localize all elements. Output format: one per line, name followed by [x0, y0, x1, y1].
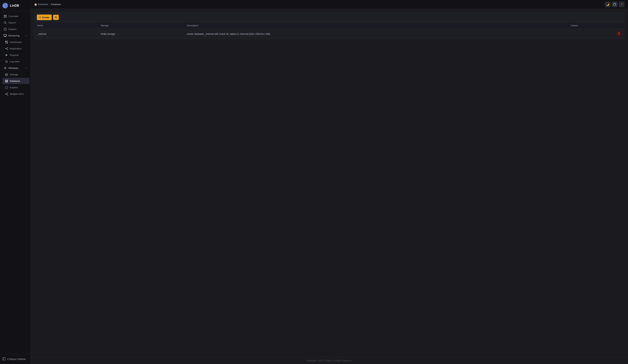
svg-rect-19: [5, 43, 6, 43]
monitor-icon: [3, 34, 7, 37]
sidebar-item-database[interactable]: Database: [2, 78, 29, 84]
svg-point-33: [5, 73, 8, 74]
theme-toggle-button[interactable]: 🌙: [605, 1, 611, 7]
sidebar-metadata-header[interactable]: Metadata ▾: [1, 65, 29, 71]
sidebar-item-replication-label: Replication: [10, 47, 22, 50]
svg-marker-36: [6, 87, 7, 88]
compass-sub-icon: [5, 86, 8, 89]
dashboard-icon: [5, 41, 8, 44]
svg-point-20: [5, 48, 6, 49]
svg-point-37: [7, 93, 8, 93]
sidebar-item-logview[interactable]: Log View: [2, 58, 29, 65]
monitoring-label: Monitoring: [8, 34, 19, 37]
page-footer: Copyright © 2022 LinDB.io. All Rights Re…: [31, 357, 628, 364]
sidebar-item-storage-label: Storage: [10, 73, 18, 76]
sidebar-item-dashboard-label: Dashboard: [10, 41, 21, 43]
svg-point-7: [4, 22, 6, 23]
sidebar-item-explore-top-label: Explore: [8, 28, 16, 30]
sidebar-item-explore-sub[interactable]: Explore: [2, 84, 29, 91]
database-table-card: + Create ↻ Name Storage Description Acti…: [34, 12, 625, 39]
trash-icon: [618, 32, 620, 35]
logo-icon: [2, 3, 8, 8]
svg-marker-10: [4, 29, 6, 30]
table-toolbar: + Create ↻: [34, 12, 624, 22]
metadata-subnav: Storage Database: [0, 71, 30, 97]
sidebar-item-replication[interactable]: Replication: [2, 45, 29, 52]
svg-line-40: [6, 93, 7, 94]
create-plus-icon: +: [39, 16, 41, 19]
svg-marker-25: [5, 54, 8, 56]
help-button[interactable]: ?: [619, 1, 625, 7]
collapse-sidebar-button[interactable]: Collapse Sidebar: [2, 356, 28, 362]
breadcrumb-current: Database: [51, 3, 61, 6]
svg-line-41: [6, 94, 7, 95]
sidebar-item-storage[interactable]: Storage: [2, 71, 29, 78]
monitoring-subnav: Dashboard Replication: [0, 39, 30, 65]
monitoring-chevron: ▾: [26, 35, 27, 37]
svg-point-21: [7, 48, 8, 48]
sidebar-item-overview[interactable]: Overview: [1, 13, 29, 19]
svg-rect-18: [7, 42, 8, 43]
collapse-icon: [2, 357, 5, 361]
svg-point-9: [4, 28, 6, 30]
sidebar: LinDB Overview Search: [0, 0, 31, 364]
refresh-icon: ↻: [55, 16, 57, 19]
svg-point-35: [5, 86, 8, 89]
delete-button[interactable]: [616, 31, 622, 36]
sidebar-footer: Collapse Sidebar: [0, 354, 30, 364]
col-name: Name: [34, 22, 98, 29]
sidebar-monitoring-header[interactable]: Monitoring ▾: [1, 32, 29, 39]
share-icon: [5, 92, 8, 95]
svg-point-2: [5, 5, 6, 6]
main-area: 🏠 Metadata / Database 🌙 ? + Create: [31, 0, 628, 364]
create-label: Create: [42, 16, 49, 19]
svg-rect-3: [4, 15, 5, 16]
breadcrumb-parent[interactable]: Metadata: [38, 3, 48, 6]
table-body: _internal /lindb-storage create database…: [34, 29, 624, 39]
topbar: 🏠 Metadata / Database 🌙 ?: [31, 0, 628, 9]
svg-point-38: [5, 94, 6, 94]
sidebar-item-request[interactable]: Request: [2, 52, 29, 58]
content-area: + Create ↻ Name Storage Description Acti…: [31, 9, 628, 357]
sidebar-nav: Overview Search Explore: [0, 11, 30, 354]
sidebar-item-explore-sub-label: Explore: [10, 86, 18, 89]
sidebar-item-explore-top[interactable]: Explore: [1, 26, 29, 32]
svg-point-39: [7, 95, 8, 95]
collapse-label: Collapse Sidebar: [7, 358, 26, 361]
svg-point-32: [4, 67, 6, 68]
send-icon: [5, 54, 8, 57]
sidebar-item-overview-label: Overview: [8, 15, 18, 17]
svg-point-34: [5, 80, 8, 81]
col-description: Description: [184, 22, 568, 29]
cell-storage: /lindb-storage: [98, 29, 184, 39]
sidebar-item-search[interactable]: Search: [1, 19, 29, 26]
svg-rect-14: [5, 41, 6, 42]
svg-rect-15: [7, 41, 8, 41]
list-icon: [5, 60, 8, 63]
svg-line-8: [6, 23, 6, 24]
cell-actions: [568, 29, 624, 39]
table-row: _internal /lindb-storage create database…: [34, 29, 624, 39]
create-button[interactable]: + Create: [37, 14, 52, 20]
sidebar-item-request-label: Request: [10, 54, 19, 57]
database-table: Name Storage Description Actions _intern…: [34, 22, 624, 39]
sidebar-item-logview-label: Log View: [10, 60, 19, 63]
sidebar-item-multiple-idcs-label: Multiple IDCs: [10, 93, 24, 95]
github-button[interactable]: [612, 1, 618, 7]
settings-icon: [3, 66, 7, 69]
footer-text: Copyright © 2022 LinDB.io. All Rights Re…: [307, 360, 352, 362]
svg-line-24: [6, 49, 7, 49]
sidebar-item-multiple-idcs[interactable]: Multiple IDCs: [2, 91, 29, 97]
metadata-label: Metadata: [8, 67, 18, 69]
metadata-chevron: ▾: [26, 67, 27, 69]
sidebar-item-dashboard[interactable]: Dashboard: [2, 39, 29, 45]
svg-rect-6: [5, 16, 6, 17]
col-actions: Actions: [568, 22, 624, 29]
breadcrumb-home-icon[interactable]: 🏠: [34, 3, 37, 6]
breadcrumb: 🏠 Metadata / Database: [34, 3, 61, 6]
svg-rect-11: [4, 35, 6, 36]
refresh-button[interactable]: ↻: [53, 15, 59, 20]
col-storage: Storage: [98, 22, 184, 29]
svg-rect-17: [5, 42, 6, 43]
topbar-actions: 🌙 ?: [605, 1, 625, 7]
